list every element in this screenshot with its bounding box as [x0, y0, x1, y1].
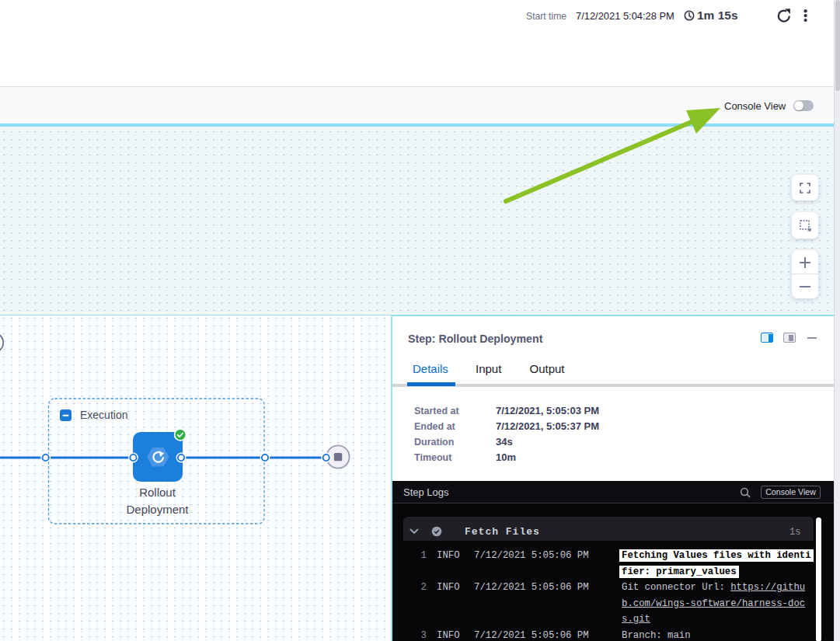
svg-text:Deployment: Deployment: [126, 503, 189, 516]
svg-text:Rollout: Rollout: [139, 486, 176, 499]
svg-text:Execution: Execution: [80, 409, 127, 421]
